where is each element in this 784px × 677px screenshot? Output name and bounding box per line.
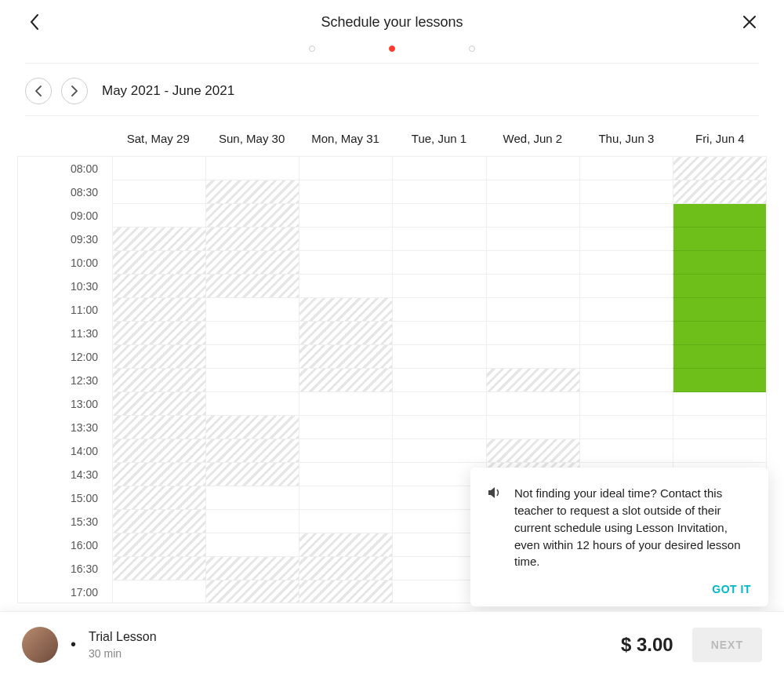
time-slot-cell[interactable]	[205, 345, 299, 369]
time-slot-cell[interactable]	[299, 157, 392, 180]
next-week-button[interactable]	[61, 78, 88, 104]
time-slot-cell[interactable]	[486, 275, 579, 298]
prev-week-button[interactable]	[25, 78, 52, 104]
lesson-title: Trial Lesson	[89, 630, 157, 644]
time-slot-cell[interactable]	[392, 298, 485, 322]
time-slot-cell[interactable]	[579, 439, 673, 463]
time-slot-cell[interactable]	[299, 510, 392, 533]
time-slot-cell[interactable]	[486, 298, 579, 322]
time-slot-cell[interactable]	[486, 392, 579, 416]
time-slot-cell[interactable]	[579, 298, 673, 322]
time-slot-cell[interactable]	[392, 416, 485, 439]
time-slot-cell[interactable]	[579, 322, 673, 345]
time-slot-cell	[112, 439, 205, 463]
time-slot-cell[interactable]	[673, 439, 766, 463]
time-slot-cell[interactable]	[579, 275, 673, 298]
time-slot-cell[interactable]	[486, 251, 579, 275]
time-slot-cell[interactable]	[673, 322, 766, 345]
time-slot-cell[interactable]	[579, 180, 673, 204]
time-slot-cell[interactable]	[205, 533, 299, 557]
time-slot-cell[interactable]	[392, 157, 485, 180]
time-slot-cell[interactable]	[205, 486, 299, 510]
time-slot-cell[interactable]	[673, 275, 766, 298]
tooltip-got-it-button[interactable]: GOT IT	[488, 583, 751, 595]
time-slot-cell[interactable]	[299, 392, 392, 416]
time-slot-cell[interactable]	[112, 180, 205, 204]
time-slot-cell[interactable]	[673, 251, 766, 275]
time-slot-cell[interactable]	[486, 227, 579, 251]
time-label: 12:00	[18, 345, 112, 369]
time-slot-cell[interactable]	[392, 369, 485, 392]
time-slot-cell	[205, 439, 299, 463]
time-slot-cell[interactable]	[299, 251, 392, 275]
time-slot-cell[interactable]	[205, 392, 299, 416]
time-slot-cell[interactable]	[392, 204, 485, 227]
time-slot-cell	[486, 439, 579, 463]
time-slot-cell[interactable]	[673, 298, 766, 322]
time-slot-cell[interactable]	[673, 392, 766, 416]
teacher-avatar[interactable]	[22, 627, 58, 663]
time-slot-cell[interactable]	[486, 157, 579, 180]
time-slot-cell[interactable]	[299, 227, 392, 251]
time-slot-cell[interactable]	[486, 322, 579, 345]
time-slot-cell[interactable]	[392, 180, 485, 204]
time-slot-cell[interactable]	[392, 251, 485, 275]
time-slot-cell[interactable]	[673, 416, 766, 439]
time-slot-cell[interactable]	[205, 322, 299, 345]
time-slot-cell[interactable]	[299, 463, 392, 486]
time-slot-cell[interactable]	[579, 369, 673, 392]
time-slot-cell[interactable]	[205, 298, 299, 322]
time-slot-cell[interactable]	[299, 486, 392, 510]
time-slot-cell	[299, 369, 392, 392]
time-slot-cell[interactable]	[579, 227, 673, 251]
time-slot-cell[interactable]	[392, 439, 485, 463]
time-slot-cell[interactable]	[392, 392, 485, 416]
time-slot-cell[interactable]	[486, 416, 579, 439]
time-slot-cell[interactable]	[392, 345, 485, 369]
time-slot-cell[interactable]	[486, 345, 579, 369]
time-slot-cell[interactable]	[205, 369, 299, 392]
time-slot-cell[interactable]	[486, 204, 579, 227]
next-button[interactable]: NEXT	[692, 628, 762, 662]
day-header: Thu, Jun 3	[579, 132, 673, 145]
time-slot-cell[interactable]	[112, 204, 205, 227]
close-button[interactable]	[740, 13, 759, 31]
time-slot-cell[interactable]	[579, 204, 673, 227]
time-label: 08:30	[18, 180, 112, 204]
time-slot-cell[interactable]	[579, 345, 673, 369]
time-slot-cell[interactable]	[299, 416, 392, 439]
day-header: Mon, May 31	[299, 132, 392, 145]
time-slot-cell[interactable]	[112, 157, 205, 180]
time-slot-cell[interactable]	[392, 322, 485, 345]
time-label: 14:00	[18, 439, 112, 463]
time-slot-cell[interactable]	[486, 180, 579, 204]
time-label: 08:00	[18, 157, 112, 180]
time-slot-cell	[205, 251, 299, 275]
time-slot-cell[interactable]	[299, 275, 392, 298]
time-slot-cell[interactable]	[579, 157, 673, 180]
time-slot-cell[interactable]	[205, 510, 299, 533]
divider	[25, 115, 759, 116]
time-slot-cell[interactable]	[299, 204, 392, 227]
time-slot-cell	[205, 204, 299, 227]
time-slot-cell[interactable]	[392, 227, 485, 251]
time-slot-cell[interactable]	[299, 439, 392, 463]
time-slot-cell	[673, 180, 766, 204]
time-slot-cell[interactable]	[579, 251, 673, 275]
time-slot-cell[interactable]	[299, 180, 392, 204]
time-slot-cell[interactable]	[205, 157, 299, 180]
time-slot-cell[interactable]	[673, 204, 766, 227]
day-header: Fri, Jun 4	[673, 132, 767, 145]
time-slot-cell[interactable]	[673, 369, 766, 392]
time-slot-cell[interactable]	[392, 275, 485, 298]
time-label: 10:00	[18, 251, 112, 275]
time-slot-cell[interactable]	[579, 416, 673, 439]
time-slot-cell	[112, 275, 205, 298]
time-slot-cell[interactable]	[112, 581, 205, 603]
time-slot-cell[interactable]	[579, 392, 673, 416]
time-slot-cell[interactable]	[673, 345, 766, 369]
time-slot-cell	[205, 416, 299, 439]
back-button[interactable]	[25, 13, 44, 31]
time-slot-cell[interactable]	[673, 227, 766, 251]
time-slot-cell	[205, 581, 299, 603]
